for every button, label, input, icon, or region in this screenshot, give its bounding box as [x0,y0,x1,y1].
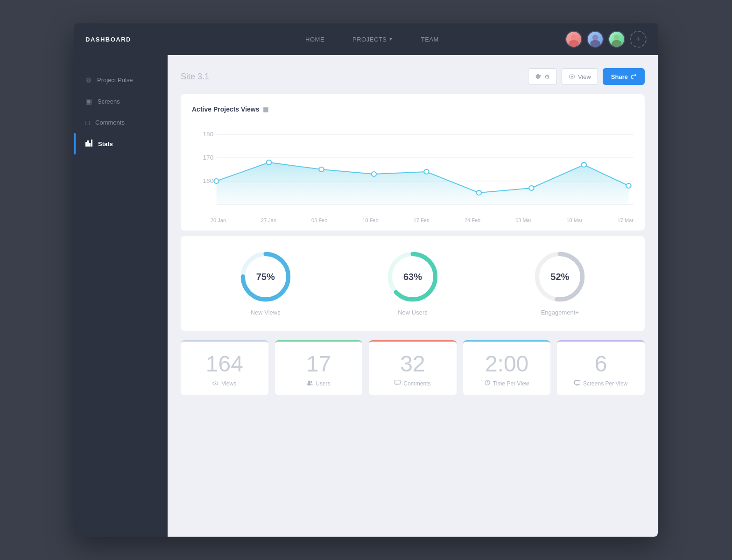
app-container: DASHBOARD HOMEPROJECTS▼TEAM + ◎ Project … [74,23,658,537]
stat-card-comments: 32 Comments [369,340,457,395]
stat-label-text-screens: Screens Per View [583,380,627,387]
screens-icon-stat [574,380,580,387]
svg-point-26 [582,162,587,167]
metric-name-new-users: New Users [398,309,428,316]
chart-title: Active Projects Views ▦ [192,105,633,113]
x-label-7: 10 Mar [566,217,582,223]
svg-rect-7 [87,140,89,147]
donut-label-new-users: 63% [403,272,422,282]
metric-name-engagement: Engagement+ [541,309,579,316]
svg-point-5 [612,40,621,47]
stat-label-time: Time Per View [485,380,529,387]
x-label-8: 17 Mar [618,217,633,223]
view-label: View [578,73,591,80]
svg-rect-6 [85,142,87,147]
stat-number-users: 17 [306,353,331,375]
main-content: Site 3.1 ⚙ View Share [168,55,658,537]
x-label-3: 10 Feb [362,217,378,223]
svg-text:160: 160 [203,177,213,184]
share-button[interactable]: Share [603,68,645,85]
sidebar-item-label-screens: Screens [98,98,120,105]
sidebar-item-label-stats: Stats [98,140,113,147]
svg-point-19 [214,179,219,183]
chart-icon: ▦ [263,106,268,113]
svg-point-3 [590,40,600,47]
svg-point-22 [372,172,377,176]
sidebar-item-stats[interactable]: Stats [74,133,168,154]
sidebar-item-comments[interactable]: □ Comments [74,112,168,133]
svg-rect-9 [91,140,92,147]
svg-text:180: 180 [203,131,213,138]
sidebar-item-label-project-pulse: Project Pulse [97,77,133,84]
metric-name-new-views: New Views [251,309,281,316]
avatar-2[interactable] [587,31,604,48]
svg-rect-8 [89,143,91,147]
chart-card: Active Projects Views ▦ [181,94,645,231]
svg-point-4 [614,35,619,40]
stat-label-screens: Screens Per View [574,380,627,387]
metric-engagement: 52% Engagement+ [534,251,585,316]
nav-chevron: ▼ [388,37,393,42]
page-title: Site 3.1 [181,72,209,82]
logo: DASHBOARD [85,36,179,43]
body: ◎ Project Pulse ▣ Screens □ Comments Sta… [74,55,658,537]
sidebar-item-screens[interactable]: ▣ Screens [74,91,168,112]
stat-cards: 164 Views 17 Users [181,340,645,395]
metric-new-users: 63% New Users [387,251,438,316]
stat-card-views: 164 Views [181,340,268,395]
header: DASHBOARD HOMEPROJECTS▼TEAM + [74,23,658,55]
nav-item-team[interactable]: TEAM [421,36,439,43]
stats-icon [85,140,92,148]
svg-point-23 [424,169,429,174]
stat-label-users: Users [307,380,330,387]
stat-label-comments: Comments [394,380,430,387]
project-pulse-icon: ◎ [85,76,92,84]
donut-label-engagement: 52% [550,272,569,282]
views-icon [212,380,218,387]
settings-label: ⚙ [544,73,550,80]
svg-point-38 [310,381,312,383]
stat-number-screens: 6 [595,353,607,375]
x-labels: 20 Jan 27 Jan 03 Feb 10 Feb 17 Feb 24 Fe… [192,214,633,231]
svg-point-21 [319,167,324,172]
donut-label-new-views: 75% [256,272,275,282]
main-nav: HOMEPROJECTS▼TEAM [179,36,565,43]
donut-new-views: 75% [240,251,291,302]
metric-new-views: 75% New Views [240,251,291,316]
avatar-1[interactable] [565,31,582,48]
x-label-2: 03 Feb [311,217,327,223]
stat-label-text-views: Views [221,380,236,387]
donut-engagement: 52% [534,251,585,302]
share-label: Share [611,73,628,80]
chart-area: 180 170 160 [192,120,633,214]
stat-number-views: 164 [206,353,243,375]
comments-icon: □ [85,119,90,126]
stat-label-text-time: Time Per View [493,380,529,387]
metrics-card: 75% New Views 63% New Users [181,236,645,331]
svg-rect-42 [575,381,580,385]
svg-point-0 [571,35,577,40]
x-label-6: 03 Mar [515,217,531,223]
nav-item-projects[interactable]: PROJECTS▼ [352,36,393,43]
view-button[interactable]: View [562,68,598,85]
svg-point-39 [310,384,313,385]
x-label-0: 20 Jan [211,217,226,223]
svg-point-20 [267,160,272,165]
svg-point-35 [215,383,216,384]
avatar-group: + [565,31,647,48]
page-header: Site 3.1 ⚙ View Share [181,68,645,85]
nav-item-home[interactable]: HOME [305,36,324,43]
settings-button[interactable]: ⚙ [528,68,557,85]
avatar-3[interactable] [608,31,625,48]
svg-text:170: 170 [203,154,213,161]
sidebar-item-label-comments: Comments [95,119,125,126]
x-label-5: 24 Feb [465,217,480,223]
time-icon [485,380,490,387]
stat-card-screens: 6 Screens Per View [557,340,645,395]
stat-number-comments: 32 [400,353,425,375]
page-actions: ⚙ View Share [528,68,645,85]
sidebar-item-project-pulse[interactable]: ◎ Project Pulse [74,69,168,91]
avatar-add[interactable]: + [630,31,647,48]
stat-label-views: Views [212,380,236,387]
x-label-1: 27 Jan [261,217,276,223]
